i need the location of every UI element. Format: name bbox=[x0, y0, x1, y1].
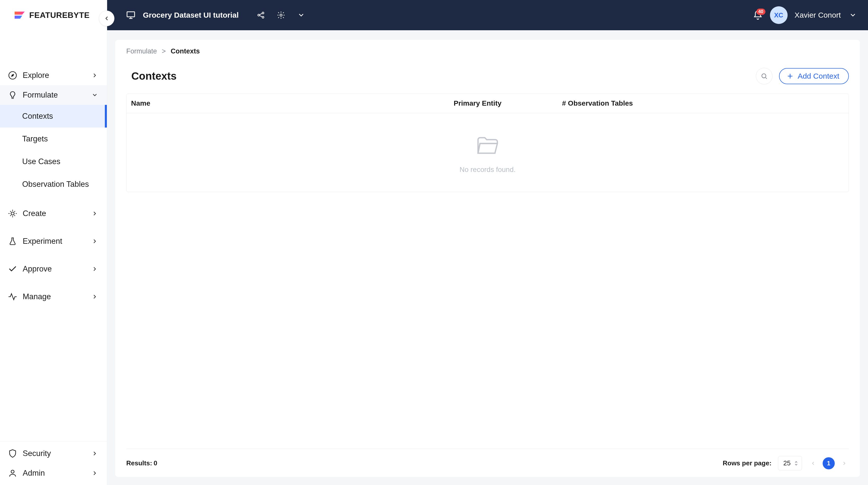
empty-folder-icon bbox=[476, 135, 499, 155]
sidebar-item-explore[interactable]: Explore bbox=[0, 65, 107, 85]
breadcrumb-current: Contexts bbox=[170, 48, 200, 55]
add-context-label: Add Context bbox=[798, 72, 839, 81]
share-icon bbox=[256, 11, 265, 20]
sidebar-item-label: Security bbox=[23, 449, 92, 458]
content-card: Formulate > Contexts Contexts Add Contex… bbox=[115, 40, 860, 477]
project-dropdown[interactable] bbox=[296, 10, 306, 20]
pager-next[interactable] bbox=[840, 459, 849, 468]
header-left: Grocery Dataset UI tutorial bbox=[126, 10, 306, 20]
sidebar-subitem-observation-tables[interactable]: Observation Tables bbox=[0, 173, 107, 195]
user-icon bbox=[7, 468, 18, 478]
user-name: Xavier Conort bbox=[795, 11, 841, 20]
project-name: Grocery Dataset UI tutorial bbox=[143, 11, 239, 20]
empty-state-text: No records found. bbox=[460, 165, 516, 174]
breadcrumb-parent[interactable]: Formulate bbox=[126, 48, 157, 55]
rows-per-page-label: Rows per page: bbox=[722, 459, 772, 467]
chevron-down-icon bbox=[92, 92, 98, 98]
bulb-icon bbox=[7, 90, 18, 100]
sidebar-item-label: Manage bbox=[23, 292, 92, 301]
header-right: 40 XC Xavier Conort bbox=[753, 6, 858, 24]
chevron-right-icon bbox=[842, 461, 847, 466]
chevron-left-icon bbox=[103, 16, 110, 22]
svg-marker-1 bbox=[11, 74, 14, 77]
sidebar: FEATUREBYTE Explore Formulate bbox=[0, 0, 107, 485]
sidebar-item-admin[interactable]: Admin bbox=[0, 463, 107, 483]
sidebar-item-experiment[interactable]: Experiment bbox=[0, 232, 107, 251]
rows-per-page-select[interactable]: 25 bbox=[778, 456, 802, 471]
sidebar-item-label: Admin bbox=[23, 468, 92, 478]
notifications-button[interactable]: 40 bbox=[753, 10, 763, 20]
table-footer: Results: 0 Rows per page: 25 1 bbox=[126, 449, 849, 471]
sidebar-item-manage[interactable]: Manage bbox=[0, 287, 107, 306]
user-dropdown[interactable] bbox=[848, 10, 858, 20]
sidebar-item-label: Experiment bbox=[23, 237, 92, 246]
sidebar-bottom-nav: Security Admin bbox=[0, 442, 107, 485]
chevron-down-icon bbox=[298, 11, 305, 19]
chevron-right-icon bbox=[92, 266, 98, 272]
chevron-left-icon bbox=[810, 461, 815, 466]
svg-point-2 bbox=[11, 212, 14, 215]
svg-point-8 bbox=[280, 14, 282, 17]
chevron-right-icon bbox=[92, 294, 98, 300]
page-head: Contexts Add Context bbox=[126, 68, 849, 85]
chevron-right-icon bbox=[92, 211, 98, 216]
notification-badge: 40 bbox=[756, 8, 766, 15]
activity-icon bbox=[7, 292, 18, 302]
sidebar-item-formulate[interactable]: Formulate bbox=[0, 85, 107, 105]
sidebar-item-label: Explore bbox=[23, 71, 92, 80]
results-count: 0 bbox=[154, 459, 157, 467]
results-label: Results: bbox=[126, 459, 152, 467]
column-header-observation-tables[interactable]: # Observation Tables bbox=[558, 94, 848, 113]
brand-mark-icon bbox=[12, 9, 27, 21]
gear-icon bbox=[277, 11, 285, 20]
chevron-right-icon bbox=[92, 72, 98, 79]
chevron-right-icon bbox=[92, 470, 98, 476]
settings-button[interactable] bbox=[276, 10, 286, 20]
monitor-icon bbox=[126, 10, 136, 20]
sidebar-item-label: Approve bbox=[23, 265, 92, 273]
brand-name: FEATUREBYTE bbox=[29, 10, 90, 20]
context-table: Name Primary Entity # Observation Tables… bbox=[126, 93, 849, 192]
search-button[interactable] bbox=[756, 68, 773, 85]
check-icon bbox=[7, 264, 18, 274]
add-context-button[interactable]: Add Context bbox=[779, 68, 849, 84]
plus-icon bbox=[786, 72, 794, 80]
sidebar-item-approve[interactable]: Approve bbox=[0, 259, 107, 279]
chevron-right-icon bbox=[92, 451, 98, 456]
sidebar-item-create[interactable]: Create bbox=[0, 204, 107, 223]
sidebar-subitem-contexts[interactable]: Contexts bbox=[0, 105, 107, 127]
breadcrumb-separator: > bbox=[162, 48, 166, 55]
svg-rect-4 bbox=[127, 12, 134, 17]
main-nav: Explore Formulate Contexts Targets Use C… bbox=[0, 30, 107, 442]
page-title: Contexts bbox=[131, 70, 756, 82]
svg-point-3 bbox=[11, 470, 14, 473]
sidebar-item-label: Formulate bbox=[23, 91, 92, 99]
chevron-right-icon bbox=[92, 238, 98, 244]
pager-current-page[interactable]: 1 bbox=[823, 457, 835, 469]
breadcrumb: Formulate > Contexts bbox=[126, 48, 849, 55]
sidebar-subitem-label: Use Cases bbox=[22, 157, 61, 166]
main-area: Grocery Dataset UI tutorial 40 bbox=[107, 0, 868, 485]
column-header-primary-entity[interactable]: Primary Entity bbox=[449, 94, 558, 113]
search-icon bbox=[761, 72, 768, 80]
pager-prev[interactable] bbox=[808, 459, 817, 468]
sidebar-item-label: Create bbox=[23, 209, 92, 218]
sidebar-submenu-formulate: Contexts Targets Use Cases Observation T… bbox=[0, 105, 107, 195]
sidebar-subitem-targets[interactable]: Targets bbox=[0, 127, 107, 150]
sidebar-subitem-use-cases[interactable]: Use Cases bbox=[0, 150, 107, 173]
brand-logo[interactable]: FEATUREBYTE bbox=[12, 9, 90, 21]
rows-per-page-value: 25 bbox=[783, 459, 790, 467]
idea-icon bbox=[7, 209, 18, 218]
column-header-name[interactable]: Name bbox=[126, 94, 449, 113]
user-avatar[interactable]: XC bbox=[770, 6, 787, 24]
share-button[interactable] bbox=[256, 10, 266, 20]
pagination: 1 bbox=[808, 457, 849, 469]
content-outer: Formulate > Contexts Contexts Add Contex… bbox=[107, 30, 868, 485]
collapse-sidebar-button[interactable] bbox=[99, 10, 115, 26]
project-icon[interactable] bbox=[126, 10, 136, 20]
sidebar-subitem-label: Contexts bbox=[22, 112, 53, 121]
sidebar-item-security[interactable]: Security bbox=[0, 444, 107, 463]
footer-right: Rows per page: 25 1 bbox=[722, 456, 849, 471]
sidebar-subitem-label: Targets bbox=[22, 134, 48, 144]
flask-icon bbox=[7, 236, 18, 246]
